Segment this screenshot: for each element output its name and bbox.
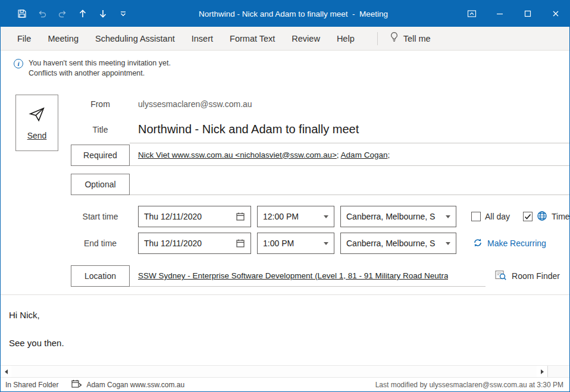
lightbulb-icon [390,32,399,45]
all-day-checkbox-group[interactable]: All day [471,212,510,221]
quick-access-toolbar [1,8,129,20]
end-time-label: End time [71,239,130,248]
location-button[interactable]: Location [71,265,130,287]
end-timezone-value: Canberra, Melbourne, S [346,239,441,248]
message-body-editor[interactable]: Hi Nick, See you then. [1,295,569,365]
make-recurring-label: Make Recurring [487,239,546,248]
tab-review[interactable]: Review [283,27,328,51]
calendar-icon[interactable] [236,212,245,221]
tell-me-box[interactable]: Tell me [384,32,437,45]
ribbon-display-options-icon[interactable] [458,1,486,27]
save-icon[interactable] [16,8,28,20]
tab-help[interactable]: Help [328,27,363,51]
start-time-label: Start time [71,212,130,221]
recurring-icon [473,238,483,249]
horizontal-scrollbar[interactable] [1,365,569,378]
required-row: Required Nick Viet www.ssw.com.au <nicho… [71,144,569,166]
recipient-separator-end: ; [387,150,390,159]
send-icon [28,105,46,126]
chevron-down-icon [324,242,328,245]
all-day-label: All day [485,212,510,221]
title-input[interactable]: Northwind - Nick and Adam to finally mee… [138,123,359,136]
room-finder-label: Room Finder [512,271,560,281]
recipient-link-nick[interactable]: Nick Viet www.ssw.com.au <nicholasviet@s… [138,150,337,159]
status-contact-label: Adam Cogan www.ssw.com.au [86,381,184,389]
scrollbar-track[interactable] [11,366,537,377]
tab-insert[interactable]: Insert [183,27,221,51]
location-link[interactable]: SSW Sydney - Enterprise Software Develop… [138,271,448,280]
start-time-row: Start time Thu 12/11/2020 12:00 PM [71,206,569,227]
room-finder-icon [495,270,507,283]
ribbon-tabs: File Meeting Scheduling Assistant Insert… [1,27,569,51]
tab-file[interactable]: File [9,27,39,51]
optional-button[interactable]: Optional [71,174,130,195]
all-day-checkbox[interactable] [471,212,481,221]
titlebar: Northwind - Nick and Adam to finally mee… [1,1,569,27]
minimize-icon[interactable] [486,1,513,27]
window-title: Northwind - Nick and Adam to finally mee… [129,10,458,18]
undo-icon[interactable] [36,8,48,20]
status-folder: In Shared Folder [5,381,58,389]
move-down-icon[interactable] [97,8,109,20]
end-date-picker[interactable]: Thu 12/11/2020 [138,233,251,254]
recipient-separator: ; [337,150,341,159]
menu-divider [377,32,378,45]
meeting-window: Northwind - Nick and Adam to finally mee… [0,0,570,392]
content-area: i You haven't sent this meeting invitati… [1,51,569,365]
scrollbar-corner [547,366,569,377]
send-button[interactable]: Send [15,95,58,151]
meeting-form: Send From ulyssesmaclaren@ssw.com.au Tit… [1,93,569,287]
redo-icon[interactable] [57,8,68,20]
tab-format-text[interactable]: Format Text [221,27,283,51]
info-icon: i [14,59,23,68]
scroll-right-icon[interactable] [537,366,547,377]
start-date-value: Thu 12/11/2020 [144,212,236,221]
start-timezone-dropdown[interactable]: Canberra, Melbourne, S [340,206,456,227]
end-time-row: End time Thu 12/11/2020 1:00 PM [71,233,569,254]
shared-folder-icon [71,380,82,390]
required-recipients: Nick Viet www.ssw.com.au <nicholasviet@s… [138,150,390,159]
tab-meeting[interactable]: Meeting [39,27,87,51]
chevron-down-icon [324,215,328,218]
globe-icon [537,211,547,223]
window-controls [458,1,569,27]
time-zones-checkbox-checked[interactable] [523,212,533,221]
optional-row: Optional [71,173,569,195]
tell-me-label: Tell me [403,34,431,43]
send-button-label: Send [27,131,47,140]
time-zones-checkbox-group[interactable]: Time [523,211,569,223]
room-finder-button[interactable]: Room Finder [495,270,569,283]
title-label: Title [71,125,130,134]
start-time-dropdown[interactable]: 12:00 PM [257,206,334,227]
time-zones-label: Time [552,212,569,221]
status-bar: In Shared Folder Adam Cogan www.ssw.com.… [1,378,569,391]
close-icon[interactable] [541,1,569,27]
from-label: From [71,99,130,109]
location-row: Location SSW Sydney - Enterprise Softwar… [71,265,569,287]
chevron-down-icon [446,215,450,218]
customize-quick-access-icon[interactable] [117,8,129,20]
start-date-picker[interactable]: Thu 12/11/2020 [138,206,251,227]
info-line-conflict: Conflicts with another appointment. [29,68,171,79]
info-bar: i You haven't sent this meeting invitati… [1,51,569,79]
end-time-dropdown[interactable]: 1:00 PM [257,233,334,254]
body-line: See you then. [9,338,561,348]
title-row: Title Northwind - Nick and Adam to final… [71,115,569,143]
scroll-left-icon[interactable] [1,366,11,377]
move-up-icon[interactable] [77,8,89,20]
recipient-link-adam[interactable]: Adam Cogan [341,150,388,159]
end-date-value: Thu 12/11/2020 [144,239,236,248]
make-recurring-button[interactable]: Make Recurring [473,238,546,249]
body-line: Hi Nick, [9,310,561,320]
maximize-icon[interactable] [513,1,541,27]
from-value[interactable]: ulyssesmaclaren@ssw.com.au [138,99,252,109]
tab-scheduling-assistant[interactable]: Scheduling Assistant [87,27,183,51]
status-contact: Adam Cogan www.ssw.com.au [71,380,184,390]
optional-input[interactable] [130,173,569,195]
end-time-value: 1:00 PM [263,239,319,248]
info-line-unsent: You haven't sent this meeting invitation… [29,58,171,68]
required-button[interactable]: Required [71,145,130,166]
end-timezone-dropdown[interactable]: Canberra, Melbourne, S [340,233,456,254]
calendar-icon[interactable] [236,239,245,248]
start-timezone-value: Canberra, Melbourne, S [346,212,441,221]
